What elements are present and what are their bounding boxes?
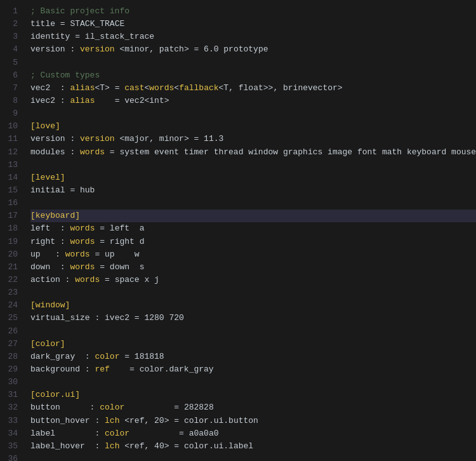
key-token: label_hover [30,441,85,451]
identifier-token: prototype [219,44,268,54]
line-number: 1 [0,5,23,18]
number-token: 11.3 [204,134,223,144]
punc-token: > = [164,441,184,451]
keyword-token: words [70,262,95,272]
punc-token: >> [263,83,274,93]
line-number: 23 [0,286,23,299]
key-token: initial [30,185,65,195]
code-line: [color.ui] [30,389,476,401]
code-line: virtual_size : ivec2 = 1280 720 [30,312,476,324]
line-number: 11 [0,133,23,145]
line-number: 28 [0,351,23,363]
key-token: action [30,275,60,284]
code-line: vec2 : alias<T> = cast<words<fallback<T,… [30,82,476,95]
punc-token: = [124,403,184,412]
line-number: 6 [0,69,23,82]
identifier-token: space x j [115,275,159,284]
code-editor: 1234567891011121314151617181920212223242… [0,0,476,461]
keyword-token: alias [70,96,95,105]
identifier-token: brinevector [283,83,338,93]
code-line [30,159,476,171]
comment-token: ; Custom types [30,70,100,80]
punc-token: : [60,275,75,284]
keyword-token: words [75,275,100,284]
punc-token: > [184,134,189,144]
equals-token: = [100,275,114,284]
line-number: 18 [0,222,23,235]
line-number: 25 [0,312,23,324]
code-content[interactable]: ; Basic project infotitle = STACK_TRACEi… [23,0,476,461]
line-number: 34 [0,427,23,440]
line-number: 35 [0,440,23,453]
code-line: label_hover : lch <ref, 40> = color.ui.l… [30,440,476,453]
identifier-token: float [239,83,263,93]
line-number: 14 [0,171,23,184]
identifier-token: hub [80,185,95,195]
keyword-token: lch [105,416,119,425]
comment-token: ; Basic project info [30,6,129,16]
keyword-token: lch [105,441,119,451]
key-token: down [30,262,50,272]
key-token: identity [30,32,70,41]
line-number: 36 [0,453,23,461]
section-token: [window] [30,300,70,310]
code-line: identity = il_stack_trace [30,30,476,43]
keyword-token: words [80,147,105,157]
punc-token: : [50,224,70,233]
number-token: a0a0a0 [189,429,219,438]
punc-token: , [273,83,283,93]
code-line: left : words = left a [30,222,476,235]
identifier-token: color.ui.button [184,416,258,425]
punc-token: , [144,416,154,425]
identifier-token: patch [159,44,184,54]
line-number: 29 [0,363,23,376]
number-token: 282828 [184,403,214,412]
code-line [30,453,476,461]
equals-token: : [65,44,80,54]
line-number: 32 [0,401,23,414]
identifier-token: int [149,96,164,105]
equals-token: = [95,237,109,246]
identifier-token: STACK_TRACE [70,19,124,29]
punc-token: = [110,364,140,374]
identifier-token: minor [124,44,149,54]
code-line: initial = hub [30,184,476,197]
punc-token: > [164,96,169,105]
key-token: virtual_size [30,313,90,323]
punc-token: : [65,147,80,157]
line-number: 5 [0,57,23,69]
key-token: background [30,364,80,374]
line-number: 8 [0,95,23,107]
code-line: ; Basic project info [30,5,476,18]
identifier-token: vec2 [30,83,50,93]
key-token: dark_gray [30,352,75,361]
code-line: button : color = 282828 [30,401,476,414]
key-token: version [30,44,65,54]
keyword-token: words [149,83,174,93]
punc-token: < [115,134,125,144]
punc-token: : [55,429,105,438]
punc-token: : [65,134,80,144]
punc-token: , [149,44,159,54]
identifier-token: right d [110,237,145,246]
keyword-token: ref [95,364,109,374]
equals-token: = [105,147,119,157]
code-line [30,325,476,338]
code-line: right : words = right d [30,236,476,248]
line-number: 17 [0,210,23,222]
punc-token: : [50,83,70,93]
punc-token: : [90,416,105,425]
number-token: 1280 720 [144,313,183,323]
code-line: button_hover : lch <ref, 20> = color.ui.… [30,415,476,427]
punc-token: : [55,237,70,246]
code-line: background : ref = color.dark_gray [30,363,476,376]
code-line: [window] [30,299,476,312]
equals-token: = [129,313,144,323]
identifier-token: left a [110,224,145,233]
identifier-token: ref [129,416,144,425]
line-number: 3 [0,30,23,43]
keyword-token: color [100,403,124,412]
line-number: 31 [0,389,23,401]
key-token: left [30,224,50,233]
punc-token: : [80,364,95,374]
